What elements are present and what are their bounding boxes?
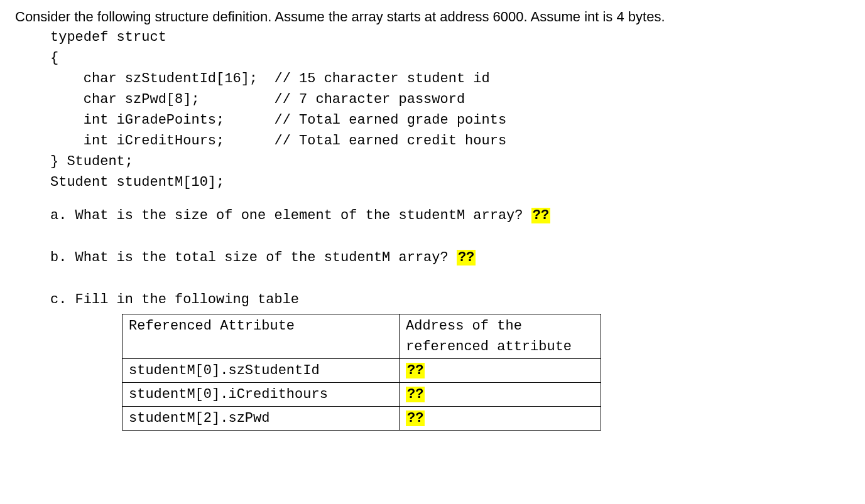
- code-line-studentm-arr: Student studentM[10];: [50, 172, 854, 193]
- table-cell-ref: studentM[0].szStudentId: [122, 359, 400, 383]
- question-b-text: b. What is the total size of the student…: [50, 250, 457, 265]
- question-a-blank: ??: [531, 208, 550, 223]
- blank: ??: [406, 363, 425, 378]
- blank: ??: [406, 410, 425, 426]
- code-line-szpwd: char szPwd[8]; // 7 character password: [50, 89, 854, 110]
- spacer: [50, 268, 854, 277]
- intro-line: Consider the following structure definit…: [15, 6, 854, 27]
- table-row: studentM[2].szPwd ??: [122, 407, 601, 431]
- table-cell-ref: studentM[2].szPwd: [122, 407, 400, 431]
- table-cell-ref: studentM[0].iCredithours: [122, 383, 400, 407]
- code-line-close-brace: } Student;: [50, 151, 854, 172]
- code-line-szstudentid: char szStudentId[16]; // 15 character st…: [50, 68, 854, 89]
- spacer: [50, 226, 854, 235]
- table-cell-addr: ??: [400, 383, 601, 407]
- question-c: c. Fill in the following table: [50, 288, 854, 310]
- page: Consider the following structure definit…: [0, 0, 865, 504]
- question-b-blank: ??: [457, 250, 476, 265]
- table-row: studentM[0].iCredithours ??: [122, 383, 601, 407]
- code-block: typedef struct { char szStudentId[16]; /…: [15, 27, 854, 193]
- question-b: b. What is the total size of the student…: [50, 246, 854, 268]
- table-header-row: Referenced Attribute Address of the refe…: [122, 314, 601, 359]
- questions-block: a. What is the size of one element of th…: [15, 204, 854, 431]
- table-header-ref: Referenced Attribute: [122, 314, 400, 359]
- code-line-icredithours: int iCreditHours; // Total earned credit…: [50, 131, 854, 151]
- question-a: a. What is the size of one element of th…: [50, 204, 854, 226]
- code-line-typedef: typedef struct: [50, 27, 854, 48]
- table-row: studentM[0].szStudentId ??: [122, 359, 601, 383]
- question-a-text: a. What is the size of one element of th…: [50, 208, 531, 223]
- table-cell-addr: ??: [400, 407, 601, 431]
- code-line-open-brace: {: [50, 48, 854, 68]
- table-cell-addr: ??: [400, 359, 601, 383]
- blank: ??: [406, 387, 425, 402]
- table-header-addr: Address of the referenced attribute: [400, 314, 601, 359]
- attribute-address-table: Referenced Attribute Address of the refe…: [122, 314, 601, 431]
- code-line-igradepoints: int iGradePoints; // Total earned grade …: [50, 110, 854, 131]
- question-c-text: c. Fill in the following table: [50, 292, 299, 308]
